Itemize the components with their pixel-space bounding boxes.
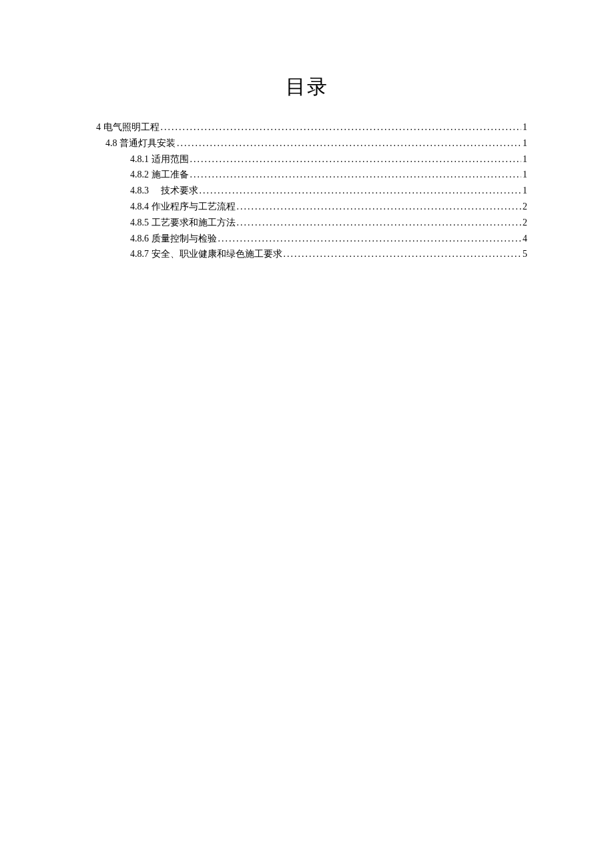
- toc-leader-dots: [282, 246, 522, 262]
- toc-entry-page: 5: [521, 246, 527, 262]
- toc-entry-page: 4: [521, 231, 527, 247]
- toc-entry[interactable]: 4.8.5 工艺要求和施工方法 2: [87, 215, 527, 231]
- toc-leader-dots: [217, 231, 522, 247]
- toc-entry-page: 1: [521, 135, 527, 151]
- toc-entry[interactable]: 4.8.6 质量控制与检验 4: [87, 231, 527, 247]
- toc-entry[interactable]: 4.8 普通灯具安装 1: [87, 135, 527, 151]
- toc-entry-page: 1: [521, 119, 527, 135]
- toc-entry-label: 4.8.4 作业程序与工艺流程: [130, 199, 236, 215]
- toc-leader-dots: [189, 151, 522, 167]
- table-of-contents: 4 电气照明工程 1 4.8 普通灯具安装 1 4.8.1 适用范围 1 4.8…: [87, 119, 527, 262]
- toc-leader-dots: [236, 199, 522, 215]
- toc-entry-page: 1: [521, 183, 527, 199]
- toc-entry-page: 1: [521, 167, 527, 183]
- toc-entry-label: 4.8 普通灯具安装: [105, 135, 176, 151]
- toc-entry-label: 4.8.5 工艺要求和施工方法: [130, 215, 236, 231]
- toc-leader-dots: [236, 215, 522, 231]
- toc-entry-page: 2: [521, 199, 527, 215]
- toc-entry[interactable]: 4.8.7 安全、职业健康和绿色施工要求 5: [87, 246, 527, 262]
- toc-leader-dots: [198, 183, 522, 199]
- toc-entry-page: 1: [521, 151, 527, 167]
- toc-entry-label: 4 电气照明工程: [96, 119, 160, 135]
- toc-entry-label: 4.8.1 适用范围: [130, 151, 189, 167]
- toc-entry[interactable]: 4.8.1 适用范围 1: [87, 151, 527, 167]
- toc-leader-dots: [176, 135, 521, 151]
- toc-entry[interactable]: 4.8.4 作业程序与工艺流程 2: [87, 199, 527, 215]
- toc-leader-dots: [160, 119, 522, 135]
- toc-entry-label: 4.8.3 技术要求: [130, 183, 198, 199]
- toc-entry-label: 4.8.6 质量控制与检验: [130, 231, 217, 247]
- toc-entry[interactable]: 4 电气照明工程 1: [87, 119, 527, 135]
- toc-leader-dots: [189, 167, 522, 183]
- toc-entry-label: 4.8.2 施工准备: [130, 167, 189, 183]
- toc-entry[interactable]: 4.8.2 施工准备 1: [87, 167, 527, 183]
- toc-entry-label: 4.8.7 安全、职业健康和绿色施工要求: [130, 246, 282, 262]
- toc-entry-page: 2: [521, 215, 527, 231]
- toc-entry[interactable]: 4.8.3 技术要求 1: [87, 183, 527, 199]
- toc-title: 目录: [87, 73, 527, 101]
